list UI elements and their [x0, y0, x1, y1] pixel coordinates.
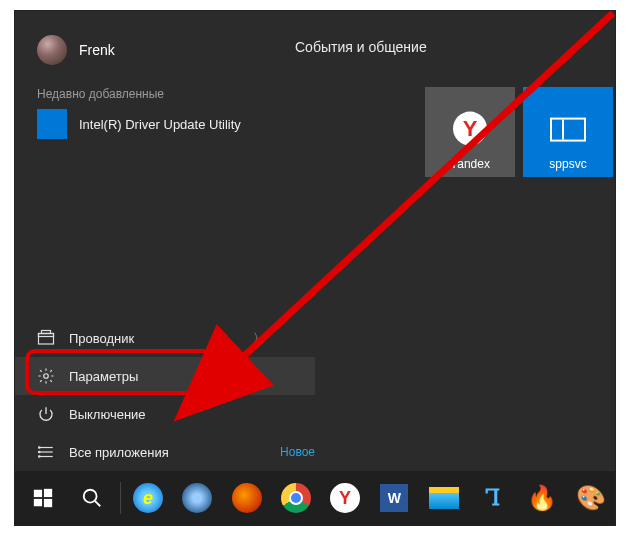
svg-point-3: [44, 374, 49, 379]
recent-app-label: Intel(R) Driver Update Utility: [79, 117, 241, 132]
all-apps-menu-item[interactable]: Все приложения Новое: [15, 433, 285, 471]
user-account-button[interactable]: Frenk: [37, 35, 115, 65]
sppsvc-icon: [550, 118, 586, 142]
svg-point-7: [39, 447, 41, 449]
settings-menu-item[interactable]: Параметры: [15, 357, 315, 395]
menu-item-label: Выключение: [69, 407, 146, 422]
ie-icon: e: [133, 483, 163, 513]
taskbar-divider: [120, 482, 121, 514]
screenshot-frame: Frenk События и общение Недавно добавлен…: [14, 10, 616, 526]
explorer-icon: [37, 329, 55, 347]
folder-icon: [429, 487, 459, 509]
recently-added-label: Недавно добавленные: [37, 87, 164, 101]
new-badge: Новое: [280, 445, 315, 459]
taskbar-app-firefox[interactable]: [223, 474, 270, 522]
tile-label: sppsvc: [549, 157, 586, 171]
taskbar-app-explorer[interactable]: [420, 474, 467, 522]
svg-rect-12: [44, 489, 52, 497]
svg-rect-11: [33, 490, 41, 497]
tile-sppsvc[interactable]: sppsvc: [523, 87, 613, 177]
taskbar-app-chrome[interactable]: [272, 474, 319, 522]
menu-item-label: Параметры: [69, 369, 138, 384]
chevron-right-icon: 〉: [253, 330, 265, 347]
word-icon: W: [380, 484, 408, 512]
live-tiles: Y Yandex sppsvc: [425, 87, 613, 177]
yandex-icon: Y: [330, 483, 360, 513]
gear-icon: [37, 367, 55, 385]
menu-item-label: Все приложения: [69, 445, 169, 460]
power-icon: [37, 405, 55, 423]
svg-point-9: [39, 456, 41, 458]
all-apps-icon: [37, 443, 55, 461]
taskbar-app-paint[interactable]: 🎨: [568, 474, 615, 522]
recent-app-item[interactable]: Intel(R) Driver Update Utility: [37, 109, 241, 139]
svg-line-16: [95, 501, 101, 507]
tool-icon: Ꞁ: [486, 485, 501, 511]
taskbar-app-srware[interactable]: [174, 474, 221, 522]
user-name: Frenk: [79, 42, 115, 58]
app-icon: [37, 109, 67, 139]
palette-icon: 🎨: [576, 484, 606, 512]
svg-rect-0: [39, 334, 54, 345]
search-button[interactable]: [68, 474, 115, 522]
start-menu: Frenk События и общение Недавно добавлен…: [15, 11, 615, 471]
taskbar-app-word[interactable]: W: [371, 474, 418, 522]
svg-point-8: [39, 451, 41, 453]
power-menu-item[interactable]: Выключение: [15, 395, 285, 433]
svg-rect-14: [44, 499, 52, 507]
chrome-icon: [281, 483, 311, 513]
start-button[interactable]: [19, 474, 66, 522]
avatar: [37, 35, 67, 65]
svg-rect-2: [42, 331, 51, 334]
taskbar-app-tool[interactable]: Ꞁ: [469, 474, 516, 522]
tile-label: Yandex: [450, 157, 490, 171]
menu-item-label: Проводник: [69, 331, 134, 346]
yandex-icon: Y: [453, 112, 487, 146]
tiles-section-header: События и общение: [295, 39, 427, 55]
flame-icon: 🔥: [527, 484, 557, 512]
globe-icon: [182, 483, 212, 513]
taskbar-app-ie[interactable]: e: [124, 474, 171, 522]
tile-yandex[interactable]: Y Yandex: [425, 87, 515, 177]
taskbar-app-burn[interactable]: 🔥: [518, 474, 565, 522]
taskbar-app-yandex[interactable]: Y: [321, 474, 368, 522]
firefox-icon: [232, 483, 262, 513]
svg-rect-13: [33, 499, 41, 506]
taskbar: e Y W Ꞁ 🔥 🎨: [15, 471, 615, 525]
explorer-menu-item[interactable]: Проводник 〉: [15, 319, 285, 357]
svg-point-15: [84, 490, 97, 503]
start-menu-bottom-list: Проводник 〉 Параметры Выклю: [15, 319, 285, 471]
